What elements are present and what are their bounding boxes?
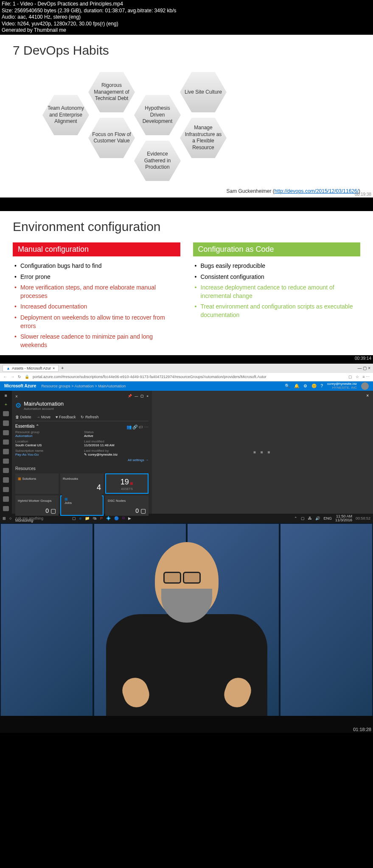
- tile-dsc-nodes[interactable]: DSC Nodes 0 ▢: [105, 495, 149, 516]
- column-manual: Manual configuration Configuration bugs …: [13, 242, 180, 351]
- rail-icon[interactable]: [3, 440, 9, 445]
- tray-icon[interactable]: ▢: [301, 516, 305, 520]
- presenter-video-frame: 01:18:28: [0, 523, 373, 733]
- list-item: Increased documentation: [13, 301, 180, 312]
- search-placeholder[interactable]: Ask me anything: [15, 516, 43, 520]
- close-panel-icon[interactable]: ×: [15, 394, 18, 399]
- forward-icon[interactable]: →: [11, 375, 14, 379]
- app-icon[interactable]: 💠: [106, 516, 111, 520]
- resource-group-link[interactable]: Automation: [15, 434, 80, 438]
- start-icon[interactable]: ⊞: [3, 516, 6, 520]
- essentials-toggle[interactable]: Essentials ⌃: [15, 424, 39, 428]
- help-icon[interactable]: 😊: [311, 384, 317, 388]
- store-icon[interactable]: 🛍: [93, 516, 97, 520]
- explorer-icon[interactable]: 📁: [85, 516, 90, 520]
- app-icon[interactable]: ▶: [128, 516, 131, 520]
- delete-button[interactable]: 🗑 Delete: [15, 415, 31, 419]
- tile-hybrid[interactable]: Hybrid Worker Groups 0 ▢: [15, 495, 59, 516]
- address-bar[interactable]: ← → ↻ 🔒 portal.azure.com/#resource/subsc…: [0, 373, 373, 381]
- tile-assets[interactable]: 19 ▦ ASSETS: [105, 473, 149, 494]
- browser-tab[interactable]: ▲ Assets - Microsoft Azur ×: [3, 365, 59, 372]
- feedback-icon[interactable]: ?: [321, 384, 323, 388]
- avatar[interactable]: [361, 382, 369, 390]
- close-tab-icon[interactable]: ×: [53, 366, 55, 370]
- jobs-icon: ▦: [65, 497, 68, 501]
- refresh-icon[interactable]: ↻: [18, 375, 21, 379]
- task-view-icon[interactable]: ▢: [72, 516, 76, 520]
- search-icon[interactable]: 🔍: [285, 384, 290, 388]
- rail-icon[interactable]: [3, 506, 9, 511]
- minimize-icon[interactable]: —: [135, 394, 138, 399]
- back-icon[interactable]: ←: [3, 375, 7, 379]
- close-icon[interactable]: ×: [366, 393, 369, 398]
- slide-environment-config: Environment configuration Manual configu…: [0, 211, 373, 355]
- automation-panel: × 📌 — ▢ × ⚙ MainAutomation Automation ac…: [12, 391, 152, 514]
- manual-list: Configuration bugs hard to findError pro…: [13, 261, 180, 351]
- timestamp-slide1: 00:19:38: [355, 192, 371, 197]
- language-indicator[interactable]: ENG: [323, 516, 332, 520]
- azure-portal-screenshot: ▲ Assets - Microsoft Azur × + — ▢ × ← → …: [0, 364, 373, 523]
- list-item: Error prone: [13, 272, 180, 283]
- tray-chevron-icon[interactable]: ⌃: [294, 516, 297, 520]
- feedback-button[interactable]: ♥ Feedback: [56, 415, 76, 419]
- list-item: Slower release cadence to minimize pain …: [13, 331, 180, 351]
- account-company: HYNESITE, INC: [327, 386, 357, 390]
- azure-brand[interactable]: Microsoft Azure: [4, 384, 36, 388]
- pin-icon[interactable]: 📌: [128, 394, 132, 399]
- all-settings-link[interactable]: All settings →: [15, 456, 149, 464]
- breadcrumb[interactable]: Resource groups > Automation > MainAutom…: [41, 384, 126, 388]
- rail-icon[interactable]: [3, 487, 9, 492]
- maximize-icon[interactable]: ▢: [140, 394, 144, 399]
- rail-icon[interactable]: [3, 477, 9, 482]
- column-as-code: Configuration as Code Bugs easily reprod…: [193, 242, 361, 351]
- reading-icon[interactable]: ▢: [348, 375, 352, 379]
- presenter-figure: [98, 538, 276, 733]
- slide1-title: 7 DevOps Habits: [13, 43, 360, 58]
- hex-live-site: Live Site Culture: [180, 72, 227, 112]
- meta-generated: Generated by Thumbnail me: [2, 27, 371, 34]
- close-icon[interactable]: ×: [146, 394, 149, 399]
- tile-runbooks[interactable]: Runbooks 4: [60, 473, 104, 494]
- list-item: Increase deployment cadence to reduce am…: [193, 282, 361, 301]
- tile-solutions[interactable]: ▦ Solutions: [15, 473, 59, 494]
- vs-icon[interactable]: ⧉: [122, 516, 125, 520]
- rail-icon[interactable]: [3, 468, 9, 473]
- lock-icon: 🔒: [25, 375, 29, 379]
- attribution: Sam Guckenheimer (http://devops.com/2015…: [226, 188, 360, 194]
- move-button[interactable]: → Move: [36, 415, 51, 419]
- powerpoint-icon[interactable]: P: [100, 516, 103, 520]
- tile-jobs[interactable]: ▦ Jobs: [62, 494, 102, 514]
- rail-icon[interactable]: [3, 420, 9, 426]
- rail-icon[interactable]: [3, 459, 9, 464]
- rail-icon[interactable]: [3, 449, 9, 454]
- subscription-link[interactable]: Pay-As-You-Go: [15, 453, 80, 456]
- list-item: More verification steps, and more elabor…: [13, 282, 180, 301]
- rail-icon[interactable]: [3, 430, 9, 435]
- panel-title: MainAutomation: [24, 401, 64, 407]
- menu-icon[interactable]: ≡: [5, 393, 7, 398]
- solutions-icon: ▦: [18, 477, 21, 481]
- edge-icon[interactable]: e: [79, 516, 81, 520]
- refresh-button[interactable]: ↻ Refresh: [81, 415, 98, 419]
- hexagon-diagram: Team Autonomy and Enterprise Alignment R…: [42, 62, 297, 181]
- timestamp-presenter: 01:18:28: [353, 727, 371, 732]
- desk: [0, 716, 373, 733]
- cortana-icon[interactable]: ○: [9, 516, 11, 520]
- list-item: Treat environment and configuration scri…: [193, 301, 361, 320]
- app-icon[interactable]: 🔵: [114, 516, 119, 520]
- header-manual: Manual configuration: [13, 242, 180, 256]
- notifications-icon[interactable]: 🔔: [294, 384, 299, 388]
- panel-subtitle: Automation account: [24, 407, 64, 411]
- new-tab-button[interactable]: +: [61, 366, 64, 370]
- hex-infrastructure: Manage Infrastructure as a Flexible Reso…: [180, 118, 227, 158]
- rail-icon[interactable]: [3, 496, 9, 501]
- volume-icon[interactable]: 🔊: [315, 516, 320, 520]
- gear-icon[interactable]: ⚙: [303, 384, 307, 388]
- network-icon[interactable]: 🖧: [308, 516, 312, 520]
- divider: 00:39:14: [0, 355, 373, 364]
- star-icon[interactable]: ☆: [356, 375, 359, 379]
- add-icon[interactable]: +: [5, 402, 7, 407]
- rail-icon[interactable]: [3, 411, 9, 416]
- assets-icon: ▦: [130, 481, 133, 485]
- attribution-link[interactable]: http://devops.com/2015/12/03/11626/: [275, 188, 359, 194]
